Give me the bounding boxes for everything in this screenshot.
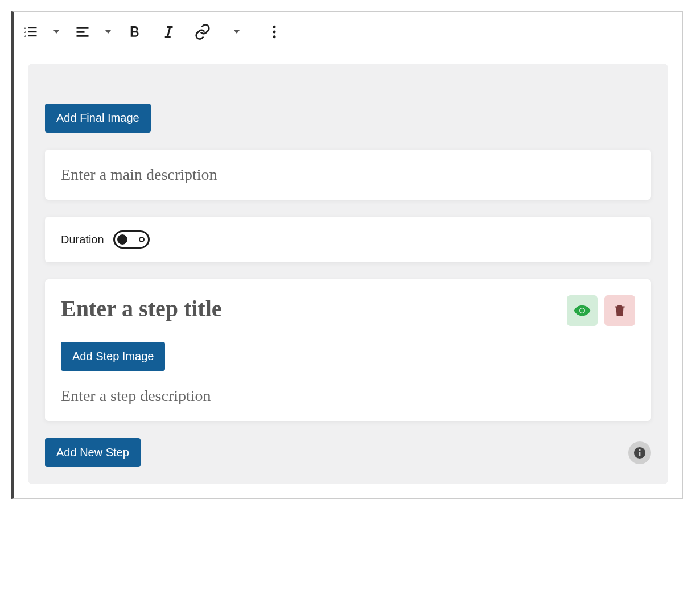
editor-block-frame: 1 2 3 <box>11 11 683 499</box>
svg-rect-4 <box>28 31 36 32</box>
toolbar-group-more <box>254 12 294 52</box>
trash-icon <box>612 303 627 318</box>
caret-down-icon <box>53 30 59 34</box>
svg-text:1: 1 <box>24 26 26 30</box>
svg-rect-14 <box>639 452 641 456</box>
toolbar-group-list: 1 2 3 <box>14 12 65 52</box>
bold-icon <box>126 23 143 40</box>
svg-text:2: 2 <box>24 30 26 34</box>
more-options-button[interactable] <box>254 12 294 52</box>
delete-button[interactable] <box>604 295 635 326</box>
caret-down-icon <box>105 30 111 34</box>
ordered-list-button[interactable]: 1 2 3 <box>14 12 48 52</box>
svg-rect-5 <box>28 35 36 36</box>
main-description-card <box>45 150 651 200</box>
list-dropdown-button[interactable] <box>48 12 65 52</box>
toolbar-group-align <box>65 12 117 52</box>
toggle-knob <box>117 234 127 245</box>
svg-point-11 <box>273 35 276 38</box>
toggle-indicator <box>139 237 145 242</box>
duration-card: Duration <box>45 217 651 262</box>
svg-rect-8 <box>77 35 89 37</box>
ordered-list-icon: 1 2 3 <box>23 24 39 40</box>
step-description-input[interactable] <box>61 387 635 405</box>
caret-down-icon <box>234 30 240 34</box>
step-actions <box>567 295 635 326</box>
align-left-icon <box>75 24 90 40</box>
svg-rect-6 <box>77 27 89 29</box>
step-title-input[interactable] <box>61 295 555 322</box>
more-vertical-icon <box>266 23 283 40</box>
bold-button[interactable] <box>117 12 151 52</box>
step-header <box>61 295 635 326</box>
step-body: Add Step Image <box>61 342 635 405</box>
info-icon <box>633 447 646 459</box>
toolbar-group-format <box>117 12 254 52</box>
add-step-image-button[interactable]: Add Step Image <box>61 342 165 371</box>
duration-toggle[interactable] <box>113 230 150 249</box>
block-footer: Add New Step <box>45 438 651 467</box>
svg-point-9 <box>273 26 276 28</box>
eye-icon <box>574 302 591 319</box>
step-card: Add Step Image <box>45 279 651 421</box>
editor-content-area: Add Final Image Duration <box>14 52 682 498</box>
main-description-input[interactable] <box>61 166 635 184</box>
svg-text:3: 3 <box>24 34 26 38</box>
svg-point-12 <box>580 309 584 312</box>
block-toolbar: 1 2 3 <box>14 12 312 52</box>
info-button[interactable] <box>628 441 651 464</box>
link-button[interactable] <box>186 12 220 52</box>
add-new-step-button[interactable]: Add New Step <box>45 438 141 467</box>
align-dropdown-button[interactable] <box>100 12 117 52</box>
visibility-button[interactable] <box>567 295 598 326</box>
align-button[interactable] <box>65 12 100 52</box>
add-final-image-button[interactable]: Add Final Image <box>45 104 151 133</box>
duration-row: Duration <box>61 230 635 249</box>
svg-rect-3 <box>28 27 36 28</box>
italic-button[interactable] <box>151 12 186 52</box>
link-icon <box>194 23 211 40</box>
duration-label: Duration <box>61 233 104 246</box>
svg-rect-7 <box>77 31 85 33</box>
italic-icon <box>160 23 177 40</box>
steps-block-container: Add Final Image Duration <box>28 64 668 484</box>
more-format-dropdown[interactable] <box>220 12 254 52</box>
svg-point-10 <box>273 31 276 34</box>
svg-point-15 <box>639 449 640 451</box>
